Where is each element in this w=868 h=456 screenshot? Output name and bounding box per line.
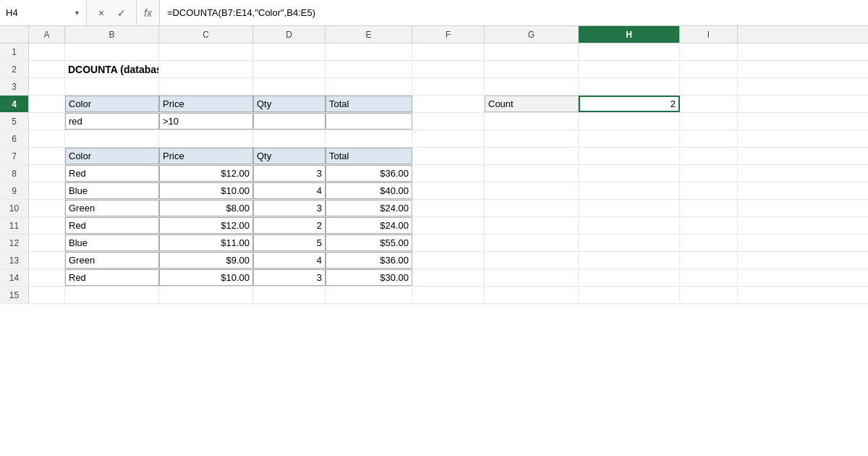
cell-D8[interactable]: 3 bbox=[253, 165, 326, 182]
cell-D9[interactable]: 4 bbox=[253, 182, 326, 199]
cell-F2[interactable] bbox=[412, 61, 485, 77]
col-header-B[interactable]: B bbox=[65, 26, 159, 43]
cell-I6[interactable] bbox=[680, 130, 738, 147]
cell-E15[interactable] bbox=[326, 287, 412, 303]
cell-H2[interactable] bbox=[579, 61, 680, 77]
cell-H11[interactable] bbox=[579, 217, 680, 234]
cell-B6[interactable] bbox=[65, 130, 159, 147]
cell-H6[interactable] bbox=[579, 130, 680, 147]
cell-C2[interactable] bbox=[159, 61, 253, 77]
row-header-2[interactable]: 2 bbox=[0, 61, 29, 77]
cell-B7[interactable]: Color bbox=[65, 148, 159, 164]
cell-B13[interactable]: Green bbox=[65, 252, 159, 269]
cell-B10[interactable]: Green bbox=[65, 200, 159, 216]
cell-H4[interactable]: 2 bbox=[579, 96, 680, 112]
cell-G5[interactable] bbox=[485, 113, 579, 130]
cell-B12[interactable]: Blue bbox=[65, 235, 159, 251]
cell-G3[interactable] bbox=[485, 78, 579, 95]
cell-C10[interactable]: $8.00 bbox=[159, 200, 253, 216]
cell-I12[interactable] bbox=[680, 235, 738, 251]
cell-A1[interactable] bbox=[29, 43, 65, 60]
cell-E5[interactable] bbox=[326, 113, 412, 130]
cell-B5[interactable]: red bbox=[65, 113, 159, 130]
cell-D1[interactable] bbox=[253, 43, 326, 60]
cell-B4[interactable]: Color bbox=[65, 96, 159, 112]
cell-D11[interactable]: 2 bbox=[253, 217, 326, 234]
cell-F5[interactable] bbox=[412, 113, 485, 130]
cell-I11[interactable] bbox=[680, 217, 738, 234]
cell-F1[interactable] bbox=[412, 43, 485, 60]
cell-H8[interactable] bbox=[579, 165, 680, 182]
cell-A4[interactable] bbox=[29, 96, 65, 112]
col-header-I[interactable]: I bbox=[680, 26, 738, 43]
cell-I4[interactable] bbox=[680, 96, 738, 112]
cell-A6[interactable] bbox=[29, 130, 65, 147]
cell-C13[interactable]: $9.00 bbox=[159, 252, 253, 269]
cell-A5[interactable] bbox=[29, 113, 65, 130]
row-header-15[interactable]: 15 bbox=[0, 287, 29, 303]
cell-E6[interactable] bbox=[326, 130, 412, 147]
row-header-12[interactable]: 12 bbox=[0, 235, 29, 251]
cell-E14[interactable]: $30.00 bbox=[326, 269, 412, 286]
cell-H1[interactable] bbox=[579, 43, 680, 60]
cell-F11[interactable] bbox=[412, 217, 485, 234]
name-box[interactable]: H4 ▼ bbox=[0, 0, 87, 25]
cell-F13[interactable] bbox=[412, 252, 485, 269]
cell-I3[interactable] bbox=[680, 78, 738, 95]
row-header-4[interactable]: 4 bbox=[0, 96, 29, 112]
row-header-14[interactable]: 14 bbox=[0, 269, 29, 286]
row-header-6[interactable]: 6 bbox=[0, 130, 29, 147]
confirm-icon[interactable]: ✓ bbox=[114, 8, 129, 18]
cell-A8[interactable] bbox=[29, 165, 65, 182]
cell-H13[interactable] bbox=[579, 252, 680, 269]
cell-A7[interactable] bbox=[29, 148, 65, 164]
cell-B2[interactable]: DCOUNTA (database, field, criteria) bbox=[65, 61, 159, 77]
cell-C8[interactable]: $12.00 bbox=[159, 165, 253, 182]
cell-C12[interactable]: $11.00 bbox=[159, 235, 253, 251]
cell-B15[interactable] bbox=[65, 287, 159, 303]
cell-G15[interactable] bbox=[485, 287, 579, 303]
cell-I5[interactable] bbox=[680, 113, 738, 130]
cell-H5[interactable] bbox=[579, 113, 680, 130]
cell-F6[interactable] bbox=[412, 130, 485, 147]
cell-E3[interactable] bbox=[326, 78, 412, 95]
cell-H3[interactable] bbox=[579, 78, 680, 95]
cell-E4[interactable]: Total bbox=[326, 96, 412, 112]
cell-A9[interactable] bbox=[29, 182, 65, 199]
cell-B14[interactable]: Red bbox=[65, 269, 159, 286]
cell-G11[interactable] bbox=[485, 217, 579, 234]
cell-A13[interactable] bbox=[29, 252, 65, 269]
cell-B1[interactable] bbox=[65, 43, 159, 60]
cell-F14[interactable] bbox=[412, 269, 485, 286]
cell-C6[interactable] bbox=[159, 130, 253, 147]
cell-H9[interactable] bbox=[579, 182, 680, 199]
cell-D7[interactable]: Qty bbox=[253, 148, 326, 164]
cell-C14[interactable]: $10.00 bbox=[159, 269, 253, 286]
cell-B11[interactable]: Red bbox=[65, 217, 159, 234]
cell-F8[interactable] bbox=[412, 165, 485, 182]
cell-I8[interactable] bbox=[680, 165, 738, 182]
cell-D3[interactable] bbox=[253, 78, 326, 95]
cell-E11[interactable]: $24.00 bbox=[326, 217, 412, 234]
cell-I14[interactable] bbox=[680, 269, 738, 286]
col-header-F[interactable]: F bbox=[412, 26, 485, 43]
cell-G8[interactable] bbox=[485, 165, 579, 182]
cell-G6[interactable] bbox=[485, 130, 579, 147]
cell-I7[interactable] bbox=[680, 148, 738, 164]
cell-G9[interactable] bbox=[485, 182, 579, 199]
cell-E7[interactable]: Total bbox=[326, 148, 412, 164]
cell-C15[interactable] bbox=[159, 287, 253, 303]
cell-G13[interactable] bbox=[485, 252, 579, 269]
cell-H15[interactable] bbox=[579, 287, 680, 303]
cell-I9[interactable] bbox=[680, 182, 738, 199]
cell-C9[interactable]: $10.00 bbox=[159, 182, 253, 199]
cell-G1[interactable] bbox=[485, 43, 579, 60]
col-header-A[interactable]: A bbox=[29, 26, 65, 43]
col-header-H[interactable]: H bbox=[579, 26, 680, 43]
cell-D5[interactable] bbox=[253, 113, 326, 130]
cell-E8[interactable]: $36.00 bbox=[326, 165, 412, 182]
row-header-9[interactable]: 9 bbox=[0, 182, 29, 199]
cell-F7[interactable] bbox=[412, 148, 485, 164]
cell-C1[interactable] bbox=[159, 43, 253, 60]
cancel-icon[interactable]: × bbox=[94, 8, 109, 18]
